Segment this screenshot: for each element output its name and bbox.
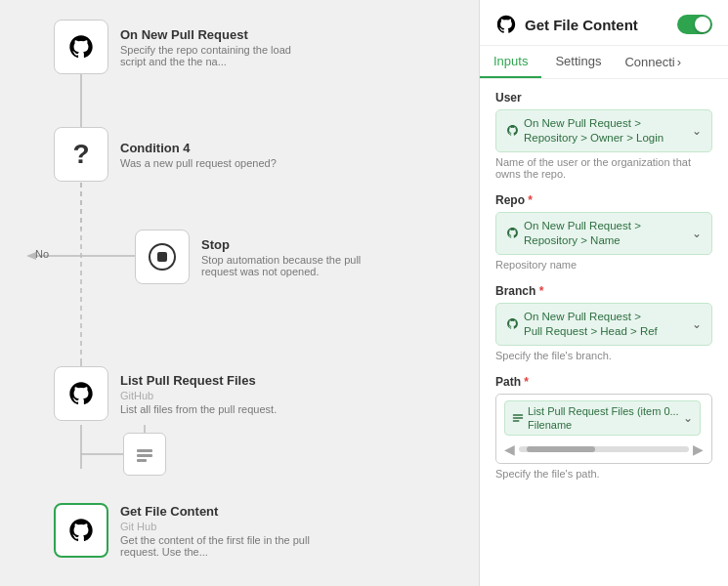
question-mark-icon: ? xyxy=(72,139,89,170)
scroll-left-arrow-icon[interactable]: ◀ xyxy=(504,441,515,457)
stop-square-icon xyxy=(157,252,167,262)
field-repo-token-inner: On New Pull Request > Repository > Name xyxy=(506,219,641,248)
path-token-chip: List Pull Request Files (item 0... Filen… xyxy=(504,400,701,437)
node-list-files[interactable]: List Pull Request Files GitHub List all … xyxy=(54,366,277,421)
user-field-chevron-icon: ⌄ xyxy=(692,124,702,138)
toggle-knob xyxy=(695,17,710,32)
field-path-description: Specify the file's path. xyxy=(495,468,712,480)
path-field-list-icon xyxy=(512,412,524,424)
tab-settings[interactable]: Settings xyxy=(541,46,615,78)
node-stop[interactable]: Stop Stop automation because the pull re… xyxy=(135,230,397,284)
node-pull-request[interactable]: On New Pull Request Specify the repo con… xyxy=(54,20,316,74)
node-list-files-source: GitHub xyxy=(120,390,277,401)
properties-panel: Get File Content Inputs Settings Connect… xyxy=(479,0,728,586)
field-branch-description: Specify the file's branch. xyxy=(495,350,712,361)
node-list-files-icon xyxy=(54,366,108,421)
user-token-text: On New Pull Request > Repository > Owner… xyxy=(524,116,664,146)
field-branch-token-inner: On New Pull Request > Pull Request > Hea… xyxy=(506,310,658,339)
node-pull-request-subtitle: Specify the repo containing the load scr… xyxy=(120,44,316,67)
panel-header-left: Get File Content xyxy=(495,14,638,35)
node-get-file-icon xyxy=(54,503,108,558)
node-get-file[interactable]: Get File Content Git Hub Get the content… xyxy=(54,503,316,558)
panel-tabs: Inputs Settings Connecti › xyxy=(480,46,728,79)
node-condition-icon: ? xyxy=(54,127,108,182)
stop-circle-icon xyxy=(149,243,176,271)
panel-github-icon xyxy=(495,14,517,35)
branch-token-text: On New Pull Request > Pull Request > Hea… xyxy=(524,310,658,339)
field-user-token-inner: On New Pull Request > Repository > Owner… xyxy=(506,116,664,146)
user-field-github-icon xyxy=(506,124,519,137)
field-user-description: Name of the user or the organization tha… xyxy=(495,156,712,180)
node-condition-info: Condition 4 Was a new pull request opene… xyxy=(120,141,277,169)
field-branch: Branch * On New Pull Request > Pull Requ… xyxy=(495,284,712,361)
svg-rect-12 xyxy=(137,454,152,457)
branch-field-github-icon xyxy=(506,317,519,330)
panel-header: Get File Content xyxy=(480,0,728,46)
node-condition-title: Condition 4 xyxy=(120,141,277,155)
node-stop-subtitle: Stop automation because the pull request… xyxy=(201,254,397,277)
svg-rect-16 xyxy=(513,420,520,422)
node-get-file-title: Get File Content xyxy=(120,504,316,519)
svg-rect-11 xyxy=(137,449,152,452)
field-user-token[interactable]: On New Pull Request > Repository > Owner… xyxy=(495,109,712,152)
workflow-canvas: On New Pull Request Specify the repo con… xyxy=(0,0,479,586)
field-path: Path * List Pull Request Files (item 0..… xyxy=(495,375,712,481)
svg-rect-15 xyxy=(513,417,524,419)
workflow-connections xyxy=(0,0,479,586)
node-stop-info: Stop Stop automation because the pull re… xyxy=(201,237,397,277)
node-list-files-title: List Pull Request Files xyxy=(120,373,277,388)
node-list-files-desc: List all files from the pull request. xyxy=(120,403,277,415)
repo-token-text: On New Pull Request > Repository > Name xyxy=(524,219,641,248)
node-pull-request-title: On New Pull Request xyxy=(120,27,316,42)
node-condition-subtitle: Was a new pull request opened? xyxy=(120,157,277,169)
panel-title: Get File Content xyxy=(525,17,638,33)
node-stop-title: Stop xyxy=(201,237,397,252)
scroll-right-arrow-icon[interactable]: ▶ xyxy=(693,441,704,457)
repo-field-chevron-icon: ⌄ xyxy=(692,227,702,240)
field-repo-label: Repo * xyxy=(495,193,712,207)
field-user-label: User xyxy=(495,91,712,105)
enable-toggle[interactable] xyxy=(677,15,712,34)
field-branch-token[interactable]: On New Pull Request > Pull Request > Hea… xyxy=(495,303,712,346)
node-pull-request-info: On New Pull Request Specify the repo con… xyxy=(120,27,316,67)
node-get-file-desc: Get the content of the first file in the… xyxy=(120,534,316,558)
node-stop-icon xyxy=(135,230,190,284)
branch-field-chevron-icon: ⌄ xyxy=(692,317,702,331)
no-branch-label: No xyxy=(35,248,49,260)
repo-field-github-icon xyxy=(506,227,519,239)
node-list-files-info: List Pull Request Files GitHub List all … xyxy=(120,373,277,415)
field-path-label: Path * xyxy=(495,375,712,389)
panel-inputs-content: User On New Pull Request > Repository > … xyxy=(480,79,728,586)
node-get-file-info: Get File Content Git Hub Get the content… xyxy=(120,504,316,558)
svg-rect-13 xyxy=(137,459,147,462)
field-repo-description: Repository name xyxy=(495,259,712,271)
node-condition[interactable]: ? Condition 4 Was a new pull request ope… xyxy=(54,127,277,182)
scrollbar-thumb xyxy=(527,446,595,452)
svg-rect-14 xyxy=(513,414,524,416)
field-path-input[interactable]: List Pull Request Files (item 0... Filen… xyxy=(495,394,712,465)
path-token-chevron-icon: ⌄ xyxy=(683,411,693,425)
field-branch-label: Branch * xyxy=(495,284,712,298)
field-user: User On New Pull Request > Repository > … xyxy=(495,91,712,180)
field-repo-token[interactable]: On New Pull Request > Repository > Name … xyxy=(495,212,712,255)
tab-inputs[interactable]: Inputs xyxy=(480,46,541,78)
node-get-file-source: Git Hub xyxy=(120,521,316,532)
field-repo: Repo * On New Pull Request > Repository … xyxy=(495,193,712,271)
loop-iterator-node[interactable] xyxy=(123,433,166,476)
node-pull-request-icon xyxy=(54,20,108,74)
tab-connections[interactable]: Connecti › xyxy=(615,46,691,78)
